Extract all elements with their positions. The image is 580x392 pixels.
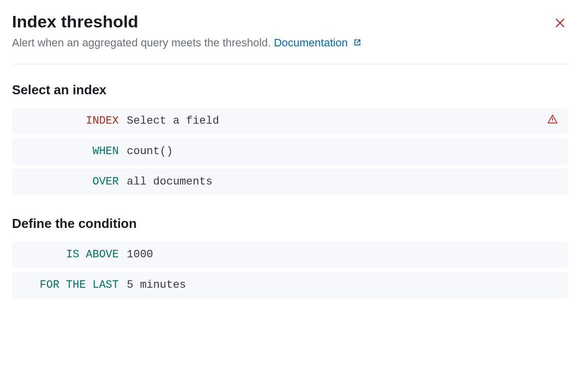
when-keyword: WHEN <box>92 145 119 158</box>
over-expression-row[interactable]: OVER all documents <box>12 169 568 195</box>
over-keyword: OVER <box>92 176 119 188</box>
define-condition-title: Define the condition <box>12 216 568 231</box>
select-index-title: Select an index <box>12 82 568 98</box>
define-condition-section: Define the condition IS ABOVE 1000 FOR T… <box>12 216 568 298</box>
svg-point-0 <box>552 121 553 122</box>
for-the-last-value: 5 minutes <box>127 279 558 291</box>
close-icon <box>554 23 566 30</box>
is-above-keyword: IS ABOVE <box>66 248 119 261</box>
close-button[interactable] <box>552 15 568 32</box>
over-value: all documents <box>127 176 558 188</box>
header-divider <box>12 64 568 64</box>
index-keyword: INDEX <box>86 115 119 127</box>
is-above-expression-row[interactable]: IS ABOVE 1000 <box>12 241 568 268</box>
subtitle-text: Alert when an aggregated query meets the… <box>12 36 271 49</box>
page-title: Index threshold <box>12 12 362 31</box>
index-expression-row[interactable]: INDEX Select a field <box>12 108 568 134</box>
when-expression-row[interactable]: WHEN count() <box>12 138 568 165</box>
for-the-last-expression-row[interactable]: FOR THE LAST 5 minutes <box>12 272 568 298</box>
page-subtitle: Alert when an aggregated query meets the… <box>12 36 362 50</box>
is-above-value: 1000 <box>127 248 558 261</box>
warning-icon <box>547 114 558 128</box>
select-index-section: Select an index INDEX Select a field WHE… <box>12 82 568 195</box>
index-value: Select a field <box>127 115 558 127</box>
external-link-icon <box>353 37 362 50</box>
documentation-link-label: Documentation <box>274 36 348 49</box>
when-value: count() <box>127 145 558 158</box>
documentation-link[interactable]: Documentation <box>274 36 362 49</box>
for-the-last-keyword: FOR THE LAST <box>40 279 119 291</box>
